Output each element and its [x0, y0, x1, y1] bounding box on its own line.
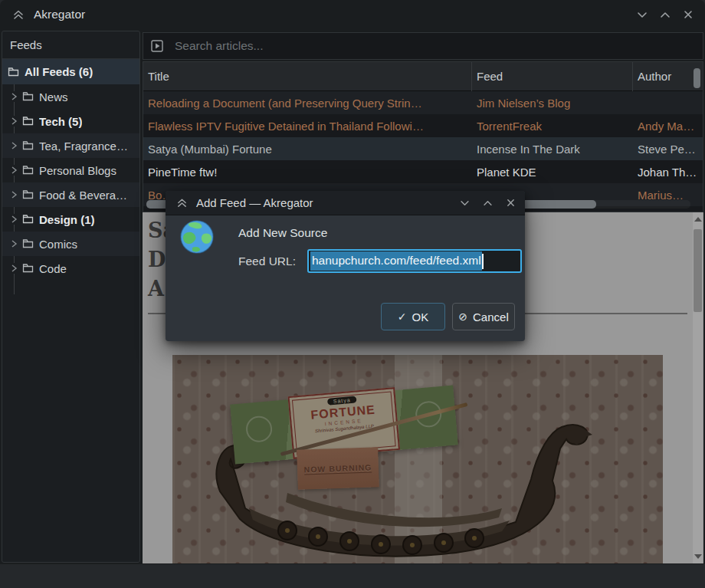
- feed-item-label: Comics: [39, 238, 77, 251]
- maximize-button[interactable]: [654, 4, 676, 25]
- globe-icon: [179, 218, 215, 258]
- list-vertical-scrollbar[interactable]: [694, 68, 700, 88]
- feed-item-food-beverage[interactable]: Food & Bevera…: [2, 182, 139, 207]
- expander-icon[interactable]: [8, 214, 19, 225]
- feed-item-label: Code: [39, 262, 67, 275]
- dialog-heading: Add New Source: [238, 226, 327, 240]
- feed-url-input[interactable]: hanupchurch.com/feed/feed.xml: [307, 249, 522, 273]
- feed-item-comics[interactable]: Comics: [2, 232, 139, 256]
- minimize-button[interactable]: [631, 4, 653, 25]
- expander-icon[interactable]: [8, 189, 19, 200]
- expander-icon[interactable]: [8, 165, 19, 176]
- window-controls: [631, 0, 699, 29]
- search-input[interactable]: [175, 39, 703, 53]
- article-feed: Planet KDE: [472, 166, 633, 179]
- article-row[interactable]: PineTime ftw! Planet KDE Johan Th…: [143, 160, 703, 183]
- feed-item-design[interactable]: Design (1): [2, 207, 139, 232]
- feed-item-label: All Feeds (6): [25, 65, 93, 78]
- dialog-minimize-button[interactable]: [454, 193, 474, 213]
- column-header-title[interactable]: Title: [143, 62, 472, 91]
- feed-item-code[interactable]: Code: [2, 256, 139, 281]
- folder-icon: [22, 91, 34, 102]
- article-photo: Satya FORTUNE INCENSE Shrinivas Sugandha…: [172, 355, 663, 563]
- feed-item-label: Food & Bevera…: [39, 189, 127, 202]
- scroll-up-arrow[interactable]: [694, 217, 702, 222]
- folder-icon: [22, 238, 34, 249]
- status-filter-icon[interactable]: [150, 39, 164, 53]
- ok-button[interactable]: ✓ OK: [381, 303, 445, 330]
- feed-item-all-feeds[interactable]: All Feeds (6): [2, 59, 139, 84]
- expander-icon[interactable]: [8, 116, 19, 126]
- feed-item-label: Tech (5): [39, 115, 82, 128]
- window-titlebar[interactable]: Akregator: [0, 0, 705, 29]
- folder-icon: [22, 165, 34, 176]
- feed-item-label: News: [39, 90, 68, 103]
- check-icon: ✓: [398, 310, 407, 323]
- feed-item-tech[interactable]: Tech (5): [2, 109, 139, 133]
- article-title-fragment: A: [148, 277, 164, 301]
- article-title: Flawless IPTV Fugitive Detained in Thail…: [143, 120, 472, 133]
- feed-tree: All Feeds (6) News Tech (5) Tea, Fragran…: [2, 59, 139, 281]
- article-title: Satya (Mumbai) Fortune: [143, 143, 472, 156]
- feeds-panel-title: Feeds: [2, 31, 139, 59]
- screen: Akregator Feeds All Feeds (6) News: [0, 0, 705, 588]
- article-title: PineTime ftw!: [143, 166, 472, 179]
- close-button[interactable]: [677, 4, 699, 25]
- article-feed: Jim Nielsen’s Blog: [472, 97, 633, 110]
- column-header-feed[interactable]: Feed: [472, 62, 633, 91]
- article-row[interactable]: Reloading a Document (and Preserving Que…: [143, 91, 703, 114]
- feed-item-label: Tea, Fragrance…: [39, 140, 128, 153]
- viewer-scrollbar: [693, 212, 703, 563]
- article-title-fragment: D: [148, 248, 166, 271]
- expander-icon[interactable]: [8, 140, 19, 151]
- dialog-controls: [454, 193, 520, 213]
- feeds-panel: Feeds All Feeds (6) News Tech (5): [2, 31, 140, 563]
- feed-item-label: Personal Blogs: [39, 164, 116, 177]
- photo-dim-overlay: [172, 355, 663, 563]
- folder-icon: [22, 189, 34, 200]
- window-title: Akregator: [34, 8, 85, 21]
- dialog-maximize-button[interactable]: [477, 193, 497, 213]
- article-author: Johan Th…: [633, 166, 703, 179]
- article-title: Reloading a Document (and Preserving Que…: [143, 97, 472, 110]
- feed-url-selected-text: hanupchurch.com/feed/feed.xml: [310, 251, 482, 271]
- text-caret: [482, 254, 484, 269]
- cancel-button-label: Cancel: [473, 310, 509, 324]
- dialog-title: Add Feed — Akregator: [196, 196, 313, 209]
- article-author: Steve Pe…: [633, 143, 703, 156]
- folder-icon: [22, 116, 34, 126]
- column-header-author[interactable]: Author: [633, 62, 703, 91]
- article-feed: TorrentFreak: [472, 120, 633, 133]
- feed-item-label: Design (1): [39, 213, 95, 226]
- dialog-close-button[interactable]: [500, 193, 520, 213]
- dialog-titlebar[interactable]: Add Feed — Akregator: [166, 191, 525, 215]
- folder-icon: [22, 263, 34, 274]
- folder-icon: [8, 67, 20, 77]
- article-author: Andy Ma…: [633, 120, 703, 133]
- feed-item-tea-fragrance[interactable]: Tea, Fragrance…: [2, 133, 139, 158]
- feed-url-label: Feed URL:: [238, 255, 296, 268]
- article-feed: Incense In The Dark: [472, 143, 633, 156]
- article-row[interactable]: Flawless IPTV Fugitive Detained in Thail…: [143, 114, 703, 137]
- cancel-icon: ⊘: [458, 310, 467, 323]
- desktop-strip: [0, 564, 705, 588]
- ok-button-label: OK: [412, 310, 429, 324]
- article-author: Marius…: [633, 189, 703, 202]
- feed-item-news[interactable]: News: [2, 84, 139, 109]
- article-row-selected[interactable]: Satya (Mumbai) Fortune Incense In The Da…: [143, 137, 703, 160]
- folder-icon: [22, 214, 34, 225]
- folder-icon: [22, 140, 34, 151]
- expander-icon[interactable]: [8, 238, 19, 249]
- scroll-down-arrow[interactable]: [694, 554, 702, 559]
- viewer-scrollbar-thumb[interactable]: [694, 229, 702, 312]
- feed-item-personal-blogs[interactable]: Personal Blogs: [2, 158, 139, 182]
- expander-icon[interactable]: [8, 91, 19, 102]
- shade-icon: [176, 198, 188, 208]
- expander-icon[interactable]: [8, 263, 19, 274]
- add-feed-dialog: Add Feed — Akregator Add New Source Feed…: [166, 191, 525, 341]
- shade-icon: [12, 9, 25, 20]
- search-bar: [143, 32, 703, 60]
- article-list-header: Title Feed Author: [143, 62, 703, 91]
- article-list: Title Feed Author Reloading a Document (…: [143, 61, 703, 212]
- cancel-button[interactable]: ⊘ Cancel: [452, 303, 515, 330]
